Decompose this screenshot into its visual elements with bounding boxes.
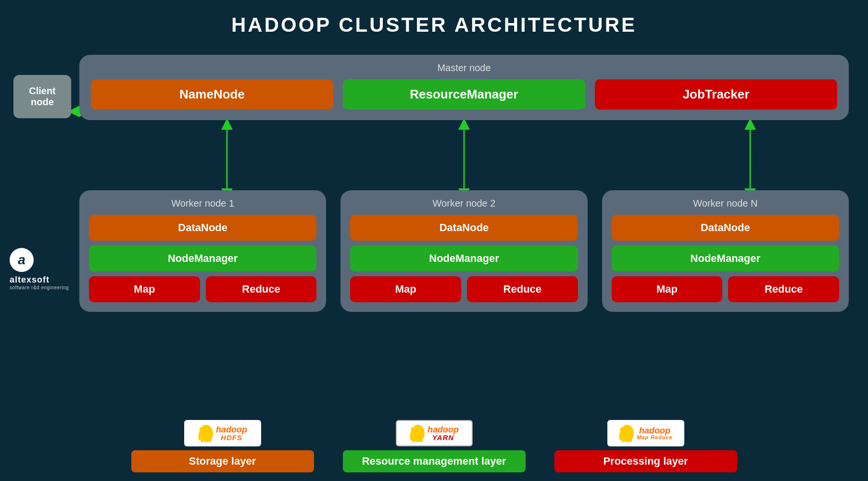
worker-1-datanode: DataNode (89, 215, 316, 241)
worker-n-datanode: DataNode (612, 215, 839, 241)
legend-item-mapreduce: hadoop Map Reduce Processing layer (554, 420, 737, 472)
svg-rect-9 (209, 437, 211, 442)
hadoop-mapreduce-text: hadoop Map Reduce (637, 426, 673, 440)
worker-node-2-label: Worker node 2 (350, 198, 578, 209)
worker-1-map-reduce-row: Map Reduce (89, 276, 316, 302)
altexsoft-logo: a altexsoft software r&d engineering (10, 248, 69, 290)
hadoop-yarn-logo: hadoop YARN (396, 420, 473, 446)
worker-1-nodemanager: NodeManager (89, 246, 316, 271)
worker-node-1: Worker node 1 DataNode NodeManager Map R… (79, 190, 326, 312)
workers-row: Worker node 1 DataNode NodeManager Map R… (79, 190, 849, 312)
altexsoft-icon: a (10, 248, 34, 272)
bottom-legend: hadoop HDFS Storage layer hadoop YARN Re… (0, 407, 868, 481)
hadoop-hdfs-text: hadoop HDFS (216, 425, 247, 441)
svg-rect-19 (629, 437, 632, 442)
hadoop-mapreduce-top: hadoop (639, 426, 670, 435)
hadoop-yarn-bottom: YARN (432, 434, 454, 441)
elephant-icon-yarn (409, 423, 427, 444)
worker-n-map: Map (612, 276, 723, 302)
master-node-boxes: NameNode ResourceManager JobTracker (91, 79, 837, 110)
worker-2-nodemanager: NodeManager (350, 246, 578, 271)
elephant-icon-hdfs (198, 423, 215, 444)
worker-node-2: Worker node 2 DataNode NodeManager Map R… (340, 190, 587, 312)
svg-rect-18 (621, 437, 624, 442)
hadoop-hdfs-logo: hadoop HDFS (184, 420, 261, 446)
svg-rect-14 (420, 437, 423, 442)
altexsoft-icon-letter: a (18, 252, 25, 268)
worker-2-datanode: DataNode (350, 215, 578, 241)
altexsoft-name: altexsoft (10, 275, 50, 285)
legend-item-hdfs: hadoop HDFS Storage layer (131, 420, 314, 472)
worker-n-map-reduce-row: Map Reduce (612, 276, 839, 302)
page-title: HADOOP CLUSTER ARCHITECTURE (0, 0, 868, 46)
worker-2-map: Map (350, 276, 461, 302)
worker-1-map: Map (89, 276, 200, 302)
worker-n-reduce: Reduce (728, 276, 839, 302)
hadoop-mapreduce-bottom: Map Reduce (637, 435, 673, 440)
storage-layer-label: Storage layer (131, 450, 314, 472)
namenode-box: NameNode (91, 79, 333, 110)
jobtracker-box: JobTracker (595, 79, 837, 110)
processing-layer-label: Processing layer (554, 450, 737, 472)
worker-node-n-label: Worker node N (612, 198, 839, 209)
worker-2-reduce: Reduce (467, 276, 578, 302)
hadoop-yarn-top: hadoop (428, 425, 459, 434)
elephant-icon-mapreduce (618, 423, 636, 444)
worker-node-n: Worker node N DataNode NodeManager Map R… (602, 190, 849, 312)
hadoop-yarn-text: hadoop YARN (428, 425, 459, 441)
altexsoft-subtitle: software r&d engineering (10, 285, 69, 290)
client-node: Client node (13, 75, 71, 118)
worker-n-nodemanager: NodeManager (612, 246, 839, 271)
master-node-label: Master node (91, 62, 837, 74)
resourcemanager-box: ResourceManager (343, 79, 585, 110)
hadoop-mapreduce-logo: hadoop Map Reduce (607, 420, 684, 446)
resource-management-layer-label: Resource management layer (343, 450, 526, 472)
hadoop-hdfs-bottom: HDFS (221, 434, 242, 441)
worker-2-map-reduce-row: Map Reduce (350, 276, 578, 302)
worker-node-1-label: Worker node 1 (89, 198, 316, 209)
worker-1-reduce: Reduce (206, 276, 317, 302)
legend-item-yarn: hadoop YARN Resource management layer (343, 420, 526, 472)
hadoop-hdfs-top: hadoop (216, 425, 247, 434)
svg-rect-13 (412, 437, 415, 442)
master-node-container: Master node NameNode ResourceManager Job… (79, 55, 849, 120)
svg-rect-8 (201, 437, 203, 442)
diagram-area: Client node Master node NameNode Resourc… (0, 46, 868, 440)
